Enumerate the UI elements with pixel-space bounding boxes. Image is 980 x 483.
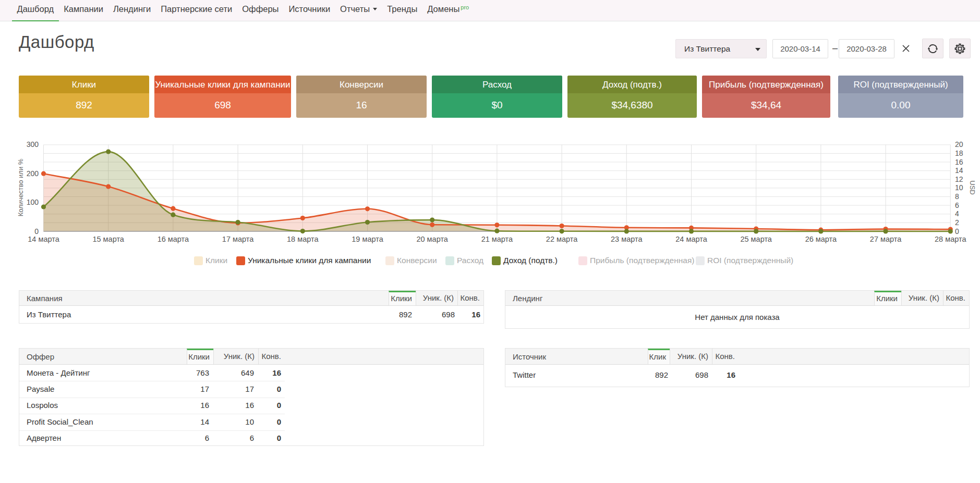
svg-text:24 марта: 24 марта xyxy=(675,235,707,243)
svg-text:16 марта: 16 марта xyxy=(158,235,189,243)
svg-text:10: 10 xyxy=(955,183,963,192)
svg-text:14: 14 xyxy=(955,166,963,175)
svg-text:100: 100 xyxy=(27,198,39,206)
svg-text:20 марта: 20 марта xyxy=(416,235,448,243)
svg-text:27 марта: 27 марта xyxy=(870,235,902,243)
svg-text:0: 0 xyxy=(955,227,959,236)
svg-text:0: 0 xyxy=(34,227,39,236)
svg-text:21 марта: 21 марта xyxy=(481,235,513,243)
svg-text:16: 16 xyxy=(955,158,963,166)
svg-text:12: 12 xyxy=(955,175,963,183)
svg-text:19 марта: 19 марта xyxy=(352,235,383,243)
svg-text:26 марта: 26 марта xyxy=(805,235,837,243)
svg-text:2: 2 xyxy=(955,218,959,227)
svg-text:300: 300 xyxy=(27,140,39,148)
svg-text:23 марта: 23 марта xyxy=(611,235,643,243)
svg-text:22 марта: 22 марта xyxy=(546,235,578,243)
svg-text:28 марта: 28 марта xyxy=(935,235,966,243)
svg-text:18 марта: 18 марта xyxy=(287,235,319,243)
svg-text:200: 200 xyxy=(27,169,39,178)
svg-text:6: 6 xyxy=(955,201,959,209)
svg-text:17 марта: 17 марта xyxy=(222,235,254,243)
svg-text:14 марта: 14 марта xyxy=(28,235,59,243)
svg-text:4: 4 xyxy=(955,209,959,218)
svg-text:15 марта: 15 марта xyxy=(92,235,124,243)
svg-text:20: 20 xyxy=(955,140,963,148)
svg-text:18: 18 xyxy=(955,149,963,157)
svg-text:Количество или %: Количество или % xyxy=(17,158,25,216)
svg-text:USD: USD xyxy=(969,180,976,194)
svg-text:25 марта: 25 марта xyxy=(740,235,772,243)
svg-text:8: 8 xyxy=(955,192,959,201)
